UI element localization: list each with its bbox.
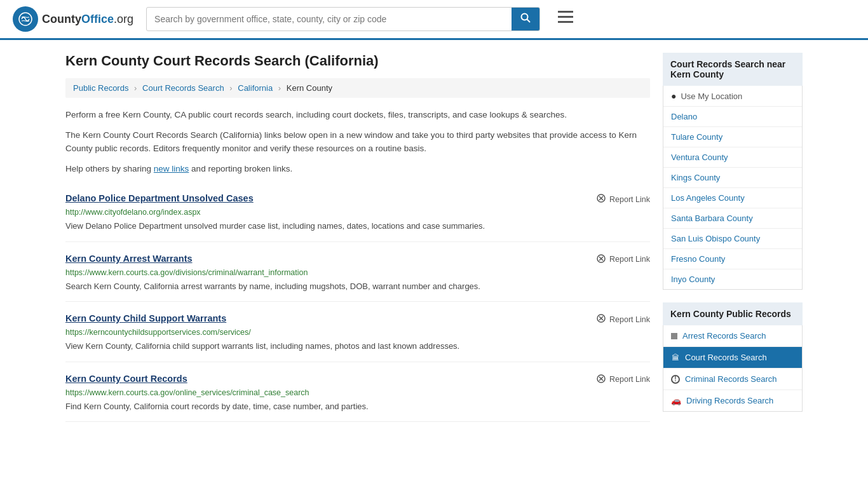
nearby-list-item: Los Angeles County (663, 188, 802, 208)
records-container: Delano Police Department Unsolved Cases … (65, 182, 650, 422)
nearby-section: Court Records Search near Kern County ●U… (663, 53, 803, 290)
public-records-list-item: ! Criminal Records Search (663, 369, 802, 390)
breadcrumb-current: Kern County (287, 83, 332, 93)
public-records-link-0[interactable]: Arrest Records Search (663, 325, 802, 346)
breadcrumb-sep-1: › (134, 83, 137, 93)
search-button[interactable] (512, 8, 539, 30)
public-records-list-item: 🏛 Court Records Search (663, 347, 802, 369)
record-title-0[interactable]: Delano Police Department Unsolved Cases (65, 193, 254, 203)
record-title-1[interactable]: Kern County Arrest Warrants (65, 254, 193, 264)
location-dot-icon: ● (671, 91, 676, 101)
record-entry: Kern County Child Support Warrants Repor… (65, 302, 650, 362)
nearby-list-item: Inyo County (663, 269, 802, 289)
nearby-link-7[interactable]: San Luis Obispo County (663, 229, 802, 248)
public-records-link-3[interactable]: 🚗 Driving Records Search (663, 390, 802, 411)
active-icon: 🏛 (671, 353, 680, 362)
nearby-list-item: San Luis Obispo County (663, 229, 802, 249)
nearby-link-6[interactable]: Santa Barbara County (663, 208, 802, 228)
hamburger-button[interactable] (553, 8, 578, 30)
breadcrumb: Public Records › Court Records Search › … (65, 78, 650, 98)
report-link-button-0[interactable]: Report Link (596, 193, 650, 205)
svg-rect-4 (558, 16, 573, 18)
record-entry: Kern County Arrest Warrants Report Link … (65, 242, 650, 302)
car-icon: 🚗 (671, 396, 681, 405)
svg-point-1 (522, 14, 528, 20)
nearby-link-2[interactable]: Tulare County (663, 127, 802, 147)
public-records-link-2[interactable]: ! Criminal Records Search (663, 369, 802, 390)
intro-paragraph-2: The Kern County Court Records Search (Ca… (65, 128, 650, 156)
breadcrumb-public-records[interactable]: Public Records (73, 83, 128, 93)
page-title: Kern County Court Records Search (Califo… (65, 53, 650, 69)
nearby-list-item: Ventura County (663, 147, 802, 168)
report-icon-0 (596, 193, 606, 205)
record-entry: Kern County Court Records Report Link ht… (65, 362, 650, 423)
record-url-0[interactable]: http://www.cityofdelano.org/index.aspx (65, 208, 650, 217)
breadcrumb-california[interactable]: California (238, 83, 273, 93)
public-records-list: Arrest Records Search 🏛 Court Records Se… (663, 325, 803, 412)
record-title-3[interactable]: Kern County Court Records (65, 374, 187, 384)
report-icon-3 (596, 374, 606, 386)
content-area: Kern County Court Records Search (Califo… (65, 53, 650, 424)
record-desc-0: View Delano Police Department unsolved m… (65, 220, 650, 233)
record-url-3[interactable]: https://www.kern.courts.ca.gov/online_se… (65, 388, 650, 397)
nearby-list: ●Use My LocationDelanoTulare CountyVentu… (663, 86, 803, 290)
nearby-link-9[interactable]: Inyo County (663, 269, 802, 289)
nearby-link-3[interactable]: Ventura County (663, 147, 802, 167)
public-records-section: Kern County Public Records Arrest Record… (663, 302, 803, 412)
public-records-list-item: 🚗 Driving Records Search (663, 390, 802, 411)
new-links-link[interactable]: new links (154, 164, 189, 173)
svg-rect-5 (558, 21, 573, 23)
record-desc-3: Find Kern County, California court recor… (65, 400, 650, 413)
nearby-list-item: Delano (663, 107, 802, 127)
logo-icon (13, 6, 38, 32)
square-icon (671, 333, 677, 339)
nearby-link-8[interactable]: Fresno County (663, 249, 802, 269)
report-link-button-1[interactable]: Report Link (596, 254, 650, 266)
nearby-link-4[interactable]: Kings County (663, 168, 802, 187)
nearby-link-0[interactable]: ●Use My Location (663, 86, 802, 106)
search-input[interactable] (147, 9, 512, 29)
site-header: CountyOffice.org (0, 0, 868, 40)
site-logo[interactable]: CountyOffice.org (13, 6, 133, 32)
main-container: Kern County Court Records Search (Califo… (53, 40, 815, 437)
nearby-header: Court Records Search near Kern County (663, 53, 803, 86)
breadcrumb-court-records[interactable]: Court Records Search (142, 83, 224, 93)
svg-rect-3 (558, 11, 573, 13)
record-desc-1: Search Kern County, California arrest wa… (65, 280, 650, 293)
record-url-1[interactable]: https://www.kern.courts.ca.gov/divisions… (65, 268, 650, 277)
nearby-list-item: Fresno County (663, 249, 802, 269)
record-entry: Delano Police Department Unsolved Cases … (65, 182, 650, 242)
nearby-list-item: Santa Barbara County (663, 208, 802, 229)
exclamation-icon: ! (671, 375, 680, 384)
public-records-link-1[interactable]: 🏛 Court Records Search (663, 347, 802, 368)
nearby-list-item: Kings County (663, 168, 802, 188)
public-records-header: Kern County Public Records (663, 302, 803, 325)
svg-line-2 (527, 20, 531, 23)
report-icon-2 (596, 313, 606, 325)
record-url-2[interactable]: https://kerncountychildsupportservices.c… (65, 328, 650, 337)
nearby-link-5[interactable]: Los Angeles County (663, 188, 802, 208)
logo-text: CountyOffice.org (42, 13, 133, 26)
report-icon-1 (596, 254, 606, 266)
nearby-link-1[interactable]: Delano (663, 107, 802, 126)
breadcrumb-sep-2: › (229, 83, 232, 93)
nearby-list-item: ●Use My Location (663, 86, 802, 107)
public-records-list-item: Arrest Records Search (663, 325, 802, 347)
intro-paragraph-3: Help others by sharing new links and rep… (65, 162, 650, 176)
intro-paragraph-1: Perform a free Kern County, CA public co… (65, 108, 650, 122)
record-desc-2: View Kern County, California child suppo… (65, 340, 650, 353)
report-link-button-2[interactable]: Report Link (596, 313, 650, 325)
sidebar: Court Records Search near Kern County ●U… (663, 53, 803, 424)
report-link-button-3[interactable]: Report Link (596, 374, 650, 386)
breadcrumb-sep-3: › (278, 83, 281, 93)
search-bar (146, 7, 540, 31)
nearby-list-item: Tulare County (663, 127, 802, 147)
record-title-2[interactable]: Kern County Child Support Warrants (65, 313, 226, 323)
